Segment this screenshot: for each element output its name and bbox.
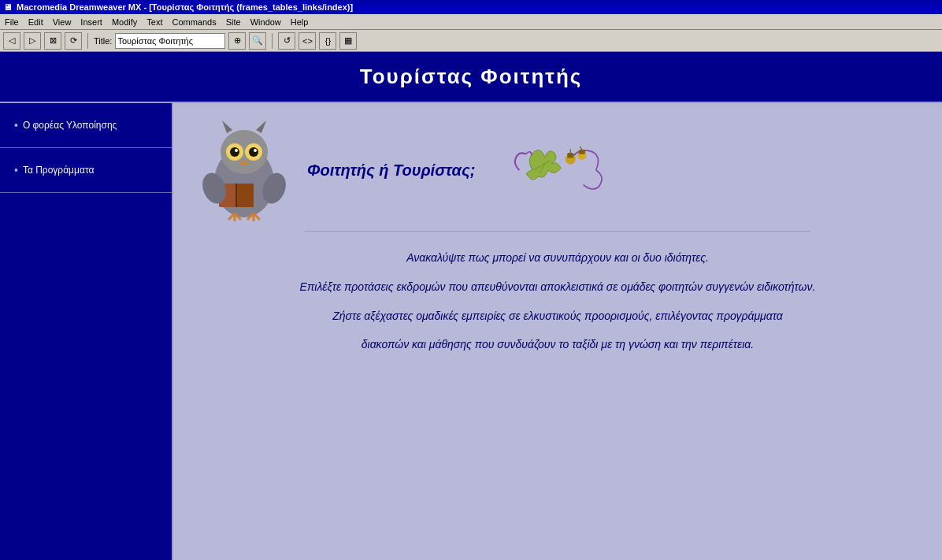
menu-window[interactable]: Window bbox=[250, 17, 281, 27]
body-paragraph-2: Επιλέξτε προτάσεις εκδρομών που απευθύνο… bbox=[197, 275, 918, 299]
svg-marker-3 bbox=[256, 121, 266, 133]
menu-modify[interactable]: Modify bbox=[112, 17, 137, 27]
svg-point-8 bbox=[235, 149, 238, 152]
stop-button[interactable]: ⊠ bbox=[44, 32, 61, 50]
sep1 bbox=[87, 33, 88, 49]
owl-illustration bbox=[197, 119, 291, 221]
svg-point-9 bbox=[254, 149, 257, 152]
body-paragraph-3: Ζήστε αξέχαστες ομαδικές εμπειρίες σε ελ… bbox=[197, 304, 918, 328]
reload-button[interactable]: ↺ bbox=[278, 32, 295, 50]
sidebar-section-1: Ο φορέας Υλοποίησης bbox=[0, 103, 172, 148]
menu-site[interactable]: Site bbox=[226, 17, 241, 27]
svg-point-7 bbox=[249, 147, 258, 157]
top-section: Φοιτητής ή Τουρίστας; bbox=[197, 119, 918, 221]
code-view-button[interactable]: <> bbox=[299, 32, 316, 50]
main-layout: Ο φορέας Υλοποίησης Τα Προγράμματα bbox=[0, 103, 942, 560]
title-field: Title: bbox=[94, 33, 225, 49]
sidebar-item-implementor[interactable]: Ο φορέας Υλοποίησης bbox=[14, 119, 164, 132]
sidebar-section-2: Τα Προγράμματα bbox=[0, 148, 172, 193]
svg-point-6 bbox=[230, 147, 239, 157]
body-text: Ανακαλύψτε πως μπορεί να συνυπάρχουν και… bbox=[197, 246, 918, 357]
split-view-button[interactable]: {} bbox=[319, 32, 336, 50]
svg-marker-2 bbox=[222, 121, 232, 133]
menu-bar: File Edit View Insert Modify Text Comman… bbox=[0, 14, 942, 30]
svg-rect-13 bbox=[236, 184, 254, 207]
body-paragraph-4: διακοπών και μάθησης που συνδυάζουν το τ… bbox=[197, 332, 918, 357]
back-button[interactable]: ◁ bbox=[3, 32, 20, 50]
content-divider bbox=[305, 231, 810, 232]
refresh-button[interactable]: ⟳ bbox=[65, 32, 82, 50]
page-header: Τουρίστας Φοιτητής bbox=[0, 52, 942, 103]
menu-commands[interactable]: Commands bbox=[172, 17, 216, 27]
menu-view[interactable]: View bbox=[53, 17, 72, 27]
leaf-illustration bbox=[506, 139, 609, 202]
dw-content: Τουρίστας Φοιτητής Ο φορέας Υλοποίησης Τ… bbox=[0, 52, 942, 560]
debug-button[interactable]: 🔍 bbox=[249, 32, 266, 50]
forward-button[interactable]: ▷ bbox=[24, 32, 41, 50]
sidebar-item-programs[interactable]: Τα Προγράμματα bbox=[14, 164, 164, 176]
svg-rect-26 bbox=[568, 153, 574, 158]
app-icon: 🖥 bbox=[3, 2, 12, 12]
toolbar: ◁ ▷ ⊠ ⟳ Title: ⊕ 🔍 ↺ <> {} ▦ bbox=[0, 30, 942, 52]
menu-edit[interactable]: Edit bbox=[28, 17, 43, 27]
title-label: Title: bbox=[94, 36, 112, 46]
sep2 bbox=[272, 33, 273, 49]
content-area: Φοιτητής ή Τουρίστας; bbox=[173, 103, 942, 560]
title-bar: 🖥 Macromedia Dreamweaver MX - [Τουρίστας… bbox=[0, 0, 942, 14]
menu-file[interactable]: File bbox=[5, 17, 19, 27]
svg-rect-29 bbox=[579, 150, 585, 154]
svg-line-30 bbox=[580, 146, 582, 150]
menu-help[interactable]: Help bbox=[291, 17, 309, 27]
menu-text[interactable]: Text bbox=[146, 17, 162, 27]
menu-insert[interactable]: Insert bbox=[80, 17, 102, 27]
body-paragraph-1: Ανακαλύψτε πως μπορεί να συνυπάρχουν και… bbox=[197, 246, 918, 270]
tagline-text: Φοιτητής ή Τουρίστας; bbox=[307, 161, 475, 180]
title-input[interactable] bbox=[115, 33, 225, 49]
window-title: Macromedia Dreamweaver MX - [Τουρίστας Φ… bbox=[17, 2, 353, 12]
page-title: Τουρίστας Φοιτητής bbox=[360, 65, 583, 88]
preview-button[interactable]: ⊕ bbox=[228, 32, 246, 50]
sidebar: Ο φορέας Υλοποίησης Τα Προγράμματα bbox=[0, 103, 173, 560]
design-view-button[interactable]: ▦ bbox=[339, 32, 357, 50]
